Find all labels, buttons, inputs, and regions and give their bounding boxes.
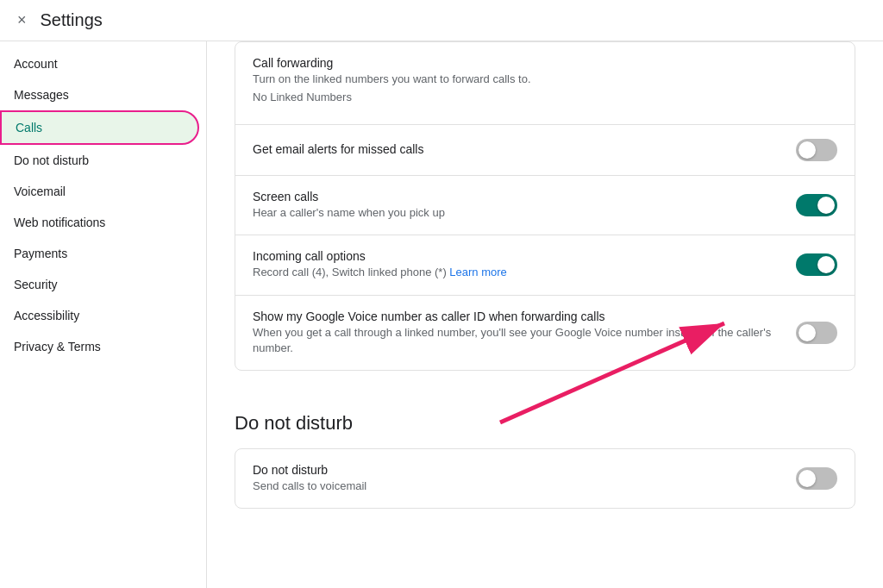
dnd-settings-card: Do not disturbSend calls to voicemail [235, 448, 855, 509]
dnd-section: Do not disturb Do not disturbSend calls … [207, 391, 883, 509]
sidebar-item-label: Voicemail [14, 185, 66, 198]
sidebar-item-do-not-disturb[interactable]: Do not disturb [0, 145, 199, 176]
no-linked-numbers: No Linked Numbers [253, 87, 824, 110]
setting-row-screen-calls: Screen callsHear a caller's name when yo… [235, 176, 855, 235]
setting-label-incoming-call-options: Incoming call options [253, 249, 782, 263]
sidebar-item-calls[interactable]: Calls [0, 110, 199, 145]
setting-text-do-not-disturb: Do not disturbSend calls to voicemail [253, 463, 782, 494]
content-area: Call forwardingTurn on the linked number… [207, 41, 883, 588]
sidebar-item-security[interactable]: Security [0, 269, 199, 300]
setting-desc-call-forwarding: Turn on the linked numbers you want to f… [253, 72, 824, 87]
sidebar-item-label: Web notifications [14, 216, 105, 229]
setting-row-email-alerts: Get email alerts for missed calls [235, 125, 855, 176]
toggle-incoming-call-options[interactable] [796, 253, 837, 276]
setting-text-screen-calls: Screen callsHear a caller's name when yo… [253, 190, 782, 221]
setting-text-show-voice-number: Show my Google Voice number as caller ID… [253, 310, 782, 356]
app-container: × Settings AccountMessagesCallsDo not di… [0, 0, 883, 588]
setting-row-call-forwarding: Call forwardingTurn on the linked number… [235, 42, 855, 125]
sidebar-item-payments[interactable]: Payments [0, 238, 199, 269]
setting-text-email-alerts: Get email alerts for missed calls [253, 142, 782, 158]
sidebar-item-privacy-terms[interactable]: Privacy & Terms [0, 331, 199, 362]
sidebar-item-messages[interactable]: Messages [0, 79, 199, 110]
setting-row-incoming-call-options: Incoming call optionsRecord call (4), Sw… [235, 235, 855, 295]
main-layout: AccountMessagesCallsDo not disturbVoicem… [0, 41, 883, 588]
sidebar-item-label: Security [14, 278, 58, 291]
sidebar-item-label: Account [14, 57, 58, 71]
sidebar: AccountMessagesCallsDo not disturbVoicem… [0, 41, 207, 588]
setting-label-call-forwarding: Call forwarding [253, 56, 824, 70]
setting-desc-show-voice-number: When you get a call through a linked num… [253, 325, 782, 356]
sidebar-item-account[interactable]: Account [0, 48, 199, 79]
setting-label-screen-calls: Screen calls [253, 190, 782, 203]
setting-row-do-not-disturb: Do not disturbSend calls to voicemail [235, 449, 855, 508]
sidebar-item-label: Do not disturb [14, 153, 89, 167]
dnd-section-header: Do not disturb [207, 391, 883, 448]
learn-more-link[interactable]: Learn more [449, 266, 506, 278]
settings-title: Settings [41, 10, 103, 30]
setting-label-do-not-disturb: Do not disturb [253, 463, 782, 477]
setting-text-incoming-call-options: Incoming call optionsRecord call (4), Sw… [253, 249, 782, 280]
setting-row-show-voice-number: Show my Google Voice number as caller ID… [235, 296, 855, 370]
toggle-show-voice-number[interactable] [796, 322, 837, 344]
toggle-email-alerts[interactable] [796, 139, 837, 161]
sidebar-item-voicemail[interactable]: Voicemail [0, 176, 199, 207]
setting-label-show-voice-number: Show my Google Voice number as caller ID… [253, 310, 782, 323]
setting-text-call-forwarding: Call forwardingTurn on the linked number… [253, 56, 824, 110]
setting-desc-do-not-disturb: Send calls to voicemail [253, 479, 782, 494]
sidebar-item-web-notifications[interactable]: Web notifications [0, 207, 199, 238]
sidebar-item-label: Privacy & Terms [14, 340, 101, 353]
setting-desc-screen-calls: Hear a caller's name when you pick up [253, 205, 782, 221]
sidebar-item-label: Accessibility [14, 309, 79, 322]
setting-label-email-alerts: Get email alerts for missed calls [253, 142, 782, 156]
sidebar-item-label: Messages [14, 88, 69, 102]
header: × Settings [0, 0, 883, 41]
sidebar-item-label: Calls [16, 121, 42, 134]
toggle-screen-calls[interactable] [796, 194, 837, 216]
close-button[interactable]: × [17, 11, 27, 29]
sidebar-item-accessibility[interactable]: Accessibility [0, 300, 199, 331]
calls-settings-card: Call forwardingTurn on the linked number… [235, 41, 855, 371]
setting-desc-incoming-call-options: Record call (4), Switch linked phone (*)… [253, 265, 782, 280]
sidebar-item-label: Payments [14, 247, 67, 260]
toggle-do-not-disturb[interactable] [796, 467, 837, 490]
